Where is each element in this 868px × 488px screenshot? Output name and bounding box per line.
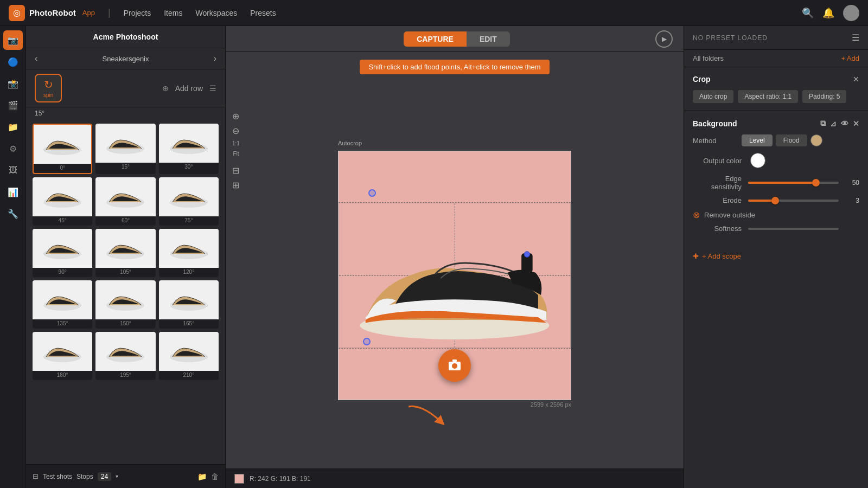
aspect-ratio-button[interactable]: Aspect ratio: 1:1 (738, 90, 798, 103)
thumb-1[interactable]: 15° (95, 124, 155, 174)
output-color-swatch[interactable] (750, 153, 765, 168)
thumb-4[interactable]: 60° (95, 177, 155, 226)
stops-dropdown[interactable]: ▾ (116, 473, 118, 479)
delete-icon[interactable]: 🗑 (211, 472, 219, 481)
search-icon[interactable]: 🔍 (802, 7, 814, 19)
add-row-button[interactable]: Add row (175, 84, 203, 93)
notification-icon[interactable]: 🔔 (822, 7, 834, 19)
zoom-out-icon[interactable]: ⊖ (232, 126, 239, 136)
preset-label: NO PRESET LOADED (693, 34, 768, 42)
thumb-img-6 (33, 229, 92, 268)
flood-button[interactable]: Flood (776, 134, 807, 146)
arrow-indicator (406, 401, 449, 431)
zoom-fit[interactable]: Fit (233, 151, 239, 157)
test-shots-label: Test shots (43, 473, 72, 480)
nav-items[interactable]: Items (164, 9, 182, 17)
spin-button[interactable]: ↻ spin (35, 74, 62, 102)
spin-label: spin (43, 92, 53, 98)
canvas-main[interactable]: ⊕ ⊖ 1:1 Fit ⊟ ⊞ Autocrop (226, 79, 684, 468)
thumb-8[interactable]: 120° (159, 229, 219, 277)
logo-area: ◎ PhotoRobot App (9, 5, 95, 21)
method-row: Method Level Flood (693, 134, 859, 146)
icon-bar-item-1[interactable]: 🔵 (3, 52, 23, 72)
thumb-12[interactable]: 180° (33, 332, 92, 380)
view-icon-1[interactable]: ⊟ (232, 165, 239, 176)
nav-presets[interactable]: Presets (250, 9, 276, 17)
crop-title-row: Crop ✕ (693, 75, 859, 84)
add-scope[interactable]: ✚ + Add scope (684, 252, 868, 269)
thumb-5[interactable]: 75° (159, 177, 219, 226)
capture-tab[interactable]: CAPTURE (404, 31, 467, 47)
bg-close-icon[interactable]: ✕ (853, 119, 859, 128)
thumb-img-11 (159, 280, 219, 319)
thumb-6[interactable]: 90° (33, 229, 92, 277)
background-title: Background (693, 119, 737, 128)
edge-sensitivity-slider[interactable] (748, 181, 839, 184)
softness-slider[interactable] (748, 228, 839, 230)
zoom-1-1[interactable]: 1:1 (232, 140, 240, 146)
remove-outside-label[interactable]: Remove outside (704, 211, 755, 219)
icon-bar-item-5[interactable]: ⚙ (3, 139, 23, 158)
bg-eye-icon[interactable]: 👁 (841, 119, 848, 128)
icon-bar-item-4[interactable]: 📁 (3, 117, 23, 137)
flood-point-1[interactable] (368, 189, 376, 197)
thumb-label-14: 210° (159, 371, 219, 380)
icon-bar-item-2[interactable]: 📸 (3, 74, 23, 93)
add-button[interactable]: + Add (841, 54, 859, 62)
panel-menu-icon[interactable]: ☰ (852, 33, 859, 43)
thumb-label-0: 0° (34, 164, 91, 173)
icon-bar-item-8[interactable]: 🔧 (3, 204, 23, 223)
zoom-in-icon[interactable]: ⊕ (232, 111, 239, 121)
sidebar-bottom: ⊟ Test shots Stops 24 ▾ 📁 🗑 (26, 464, 225, 488)
icon-bar-item-7[interactable]: 📊 (3, 182, 23, 202)
nav-next[interactable]: › (214, 54, 216, 63)
app-name: PhotoRobot (29, 8, 76, 17)
crop-close[interactable]: ✕ (853, 75, 859, 84)
nav-projects[interactable]: Projects (124, 9, 151, 17)
panel-header: NO PRESET LOADED ☰ (684, 26, 868, 50)
nav-workspaces[interactable]: Workspaces (195, 9, 237, 17)
sidebar-item-name: Sneakersgenix (37, 55, 213, 63)
thumb-img-3 (33, 177, 92, 216)
thumb-13[interactable]: 195° (95, 332, 155, 380)
add-row-icon[interactable]: ⊕ (162, 84, 169, 93)
icon-bar-item-6[interactable]: 🖼 (3, 160, 23, 180)
thumb-0[interactable]: 0° (33, 124, 92, 174)
thumbnail-area: 0° 15° 30° (26, 119, 225, 464)
thumb-7[interactable]: 105° (95, 229, 155, 277)
thumb-3[interactable]: 45° (33, 177, 92, 226)
method-color-swatch[interactable] (810, 134, 822, 146)
thumb-2[interactable]: 30° (159, 124, 219, 174)
icon-bar-item-3[interactable]: 🎬 (3, 95, 23, 115)
floating-area (433, 396, 476, 425)
padding-button[interactable]: Padding: 5 (802, 90, 846, 103)
thumb-img-14 (159, 332, 219, 371)
crop-section: Crop ✕ Auto crop Aspect ratio: 1:1 Paddi… (684, 67, 868, 111)
view-icon-2[interactable]: ⊞ (232, 180, 239, 190)
remove-outside-row: ⊗ Remove outside (693, 210, 859, 220)
play-button[interactable]: ▶ (655, 30, 673, 48)
erode-slider[interactable] (748, 199, 839, 202)
bg-copy-icon[interactable]: ⧉ (820, 119, 826, 128)
auto-crop-button[interactable]: Auto crop (693, 90, 733, 103)
thumb-label-6: 90° (33, 268, 92, 277)
folder-icon[interactable]: 📁 (197, 472, 207, 481)
thumb-10[interactable]: 150° (95, 280, 155, 329)
icon-bar-camera-main[interactable]: 📷 (3, 30, 23, 50)
erode-row: Erode 3 (693, 196, 859, 204)
thumb-label-11: 165° (159, 319, 219, 329)
thumb-14[interactable]: 210° (159, 332, 219, 380)
level-button[interactable]: Level (742, 134, 773, 146)
capture-button[interactable] (438, 349, 471, 382)
edge-sensitivity-label: Edge sensitivity (693, 175, 742, 191)
user-avatar[interactable] (843, 5, 859, 21)
edit-tab[interactable]: EDIT (467, 31, 510, 47)
thumb-11[interactable]: 165° (159, 280, 219, 329)
hint-bar: Shift+click to add flood points, Alt+cli… (360, 60, 549, 74)
thumb-9[interactable]: 135° (33, 280, 92, 329)
sidebar-menu-icon[interactable]: ☰ (209, 84, 216, 93)
app-subtitle: App (82, 9, 95, 17)
flood-point-2[interactable] (363, 338, 371, 345)
bg-filter-icon[interactable]: ⊿ (830, 119, 837, 128)
thumb-img-8 (159, 229, 219, 268)
